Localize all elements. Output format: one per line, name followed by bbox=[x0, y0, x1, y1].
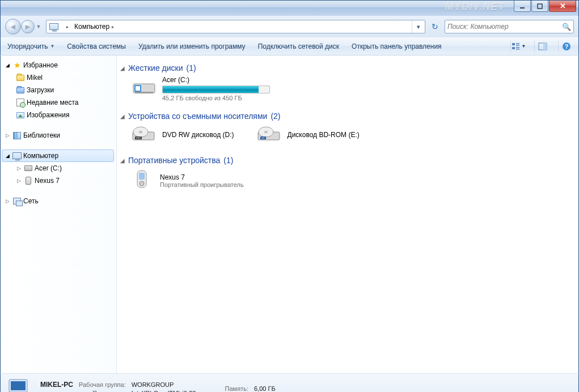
sidebar-item-nexus7[interactable]: ▷ Nexus 7 bbox=[1, 174, 116, 187]
preview-pane-button[interactable] bbox=[534, 40, 550, 53]
refresh-button[interactable]: ↻ bbox=[429, 20, 441, 33]
star-icon: ★ bbox=[12, 61, 22, 70]
sidebar-favorites[interactable]: ◢ ★ Избранное bbox=[1, 59, 116, 71]
chevron-down-icon: ◢ bbox=[120, 113, 125, 120]
drive-acer-c[interactable]: Acer (C:) 45,2 ГБ свободно из 450 ГБ bbox=[117, 76, 573, 101]
watermark: MYDIV.NET bbox=[445, 2, 505, 12]
chevron-down-icon: ◢ bbox=[120, 65, 125, 71]
search-input[interactable] bbox=[447, 23, 562, 31]
help-button[interactable]: ? bbox=[558, 40, 574, 53]
svg-rect-14 bbox=[136, 86, 140, 91]
sidebar-item-pictures[interactable]: Изображения bbox=[1, 109, 116, 121]
computer-icon bbox=[48, 20, 60, 33]
map-network-drive-button[interactable]: Подключить сетевой диск bbox=[256, 41, 341, 52]
device-nexus7[interactable]: Nexus 7 Портативный проигрыватель bbox=[132, 168, 244, 193]
svg-rect-3 bbox=[516, 43, 519, 44]
svg-rect-4 bbox=[516, 45, 519, 46]
status-cpu-label: Процессор: bbox=[79, 390, 126, 393]
chevron-right-icon[interactable]: ▷ bbox=[15, 165, 22, 171]
svg-rect-1 bbox=[538, 4, 542, 8]
sidebar-computer[interactable]: ◢ Компьютер bbox=[2, 150, 114, 162]
sidebar-item-acer-c[interactable]: ▷ Acer (C:) bbox=[1, 162, 116, 174]
svg-rect-9 bbox=[543, 43, 547, 50]
close-button[interactable]: ✕ bbox=[549, 1, 576, 12]
search-icon: 🔍 bbox=[562, 23, 571, 31]
status-pc-name: MIKEL-PC bbox=[40, 381, 73, 389]
group-header-removable[interactable]: ◢ Устройства со съемными носителями (2) bbox=[117, 109, 573, 124]
address-dropdown[interactable]: ▾ bbox=[412, 20, 425, 33]
capacity-bar bbox=[162, 86, 270, 93]
svg-rect-30 bbox=[11, 381, 26, 390]
chevron-right-icon[interactable]: ▷ bbox=[4, 198, 11, 204]
group-removable: ◢ Устройства со съемными носителями (2) … bbox=[117, 109, 573, 146]
pictures-icon bbox=[15, 110, 26, 120]
status-memory-label: Память: bbox=[225, 385, 248, 392]
device-subtitle: Портативный проигрыватель bbox=[160, 181, 244, 188]
back-button[interactable]: ◄ bbox=[5, 19, 21, 35]
svg-text:BD: BD bbox=[261, 137, 265, 139]
chevron-down-icon[interactable]: ◢ bbox=[4, 153, 11, 159]
minimize-button[interactable] bbox=[514, 1, 531, 12]
network-icon bbox=[12, 197, 22, 206]
computer-icon bbox=[12, 151, 22, 160]
libraries-icon bbox=[12, 131, 22, 140]
group-portable: ◢ Портативные устройства (1) Nexus 7 bbox=[117, 154, 573, 193]
breadcrumb-computer[interactable]: Компьютер▸ bbox=[71, 20, 117, 33]
sidebar-network[interactable]: ▷ Сеть bbox=[1, 195, 116, 207]
capacity-text: 45,2 ГБ свободно из 450 ГБ bbox=[162, 95, 270, 101]
navigation-pane: ◢ ★ Избранное Mikel Загрузки Недавние ме… bbox=[1, 56, 117, 373]
status-memory: 6,00 ГБ bbox=[254, 385, 276, 392]
navigation-row: ◄ ► ▼ ▸ Компьютер▸ ▾ ↻ 🔍 bbox=[0, 16, 579, 37]
folder-icon bbox=[15, 86, 26, 95]
drive-icon bbox=[23, 164, 33, 173]
group-header-portable[interactable]: ◢ Портативные устройства (1) bbox=[117, 154, 573, 168]
computer-icon bbox=[6, 377, 33, 393]
svg-rect-5 bbox=[512, 47, 515, 49]
window-titlebar: MYDIV.NET ✕ bbox=[0, 0, 579, 16]
view-mode-button[interactable]: ▼ bbox=[510, 40, 526, 53]
open-control-panel-button[interactable]: Открыть панель управления bbox=[349, 41, 444, 52]
uninstall-program-button[interactable]: Удалить или изменить программу bbox=[136, 41, 248, 52]
organize-menu[interactable]: Упорядочить▼ bbox=[5, 41, 57, 52]
drive-dvd-d[interactable]: DVD DVD RW дисковод (D:) bbox=[132, 124, 234, 146]
svg-rect-7 bbox=[516, 49, 519, 50]
svg-rect-6 bbox=[516, 47, 519, 48]
sidebar-item-mikel[interactable]: Mikel bbox=[1, 71, 116, 84]
forward-button[interactable]: ► bbox=[21, 20, 35, 33]
svg-rect-15 bbox=[135, 92, 153, 93]
history-dropdown[interactable]: ▼ bbox=[35, 19, 43, 35]
details-pane: MIKEL-PC Рабочая группа: WORKGROUP Проце… bbox=[0, 373, 579, 392]
search-box[interactable]: 🔍 bbox=[445, 20, 574, 33]
device-name: Nexus 7 bbox=[160, 173, 244, 181]
sidebar-item-downloads[interactable]: Загрузки bbox=[1, 84, 116, 96]
media-player-icon bbox=[132, 168, 153, 193]
svg-rect-0 bbox=[520, 7, 525, 8]
breadcrumb-root[interactable]: ▸ bbox=[61, 20, 71, 33]
svg-rect-2 bbox=[512, 43, 515, 45]
svg-point-23 bbox=[264, 131, 268, 133]
hdd-icon bbox=[132, 76, 157, 96]
folder-icon bbox=[15, 73, 26, 82]
drive-name: Acer (C:) bbox=[162, 76, 270, 84]
maximize-button[interactable] bbox=[531, 1, 548, 12]
svg-text:DVD: DVD bbox=[136, 137, 141, 139]
svg-rect-27 bbox=[139, 173, 145, 180]
group-header-hdd[interactable]: ◢ Жесткие диски (1) bbox=[117, 61, 573, 76]
svg-point-28 bbox=[140, 181, 144, 186]
optical-drive-icon: DVD bbox=[132, 124, 155, 146]
content-pane: ◢ Жесткие диски (1) Acer (C:) 45,2 ГБ bbox=[117, 56, 578, 373]
chevron-right-icon[interactable]: ▷ bbox=[4, 133, 11, 138]
phone-icon bbox=[23, 176, 33, 185]
sidebar-libraries[interactable]: ▷ Библиотеки bbox=[1, 129, 116, 142]
command-toolbar: Упорядочить▼ Свойства системы Удалить ил… bbox=[0, 37, 579, 56]
system-properties-button[interactable]: Свойства системы bbox=[65, 41, 128, 52]
drive-name: DVD RW дисковод (D:) bbox=[162, 131, 234, 139]
chevron-down-icon[interactable]: ◢ bbox=[4, 62, 11, 68]
drive-bd-e[interactable]: BD Дисковод BD-ROM (E:) bbox=[257, 124, 360, 146]
status-workgroup: WORKGROUP bbox=[132, 381, 201, 388]
sidebar-item-recent[interactable]: Недавние места bbox=[1, 96, 116, 109]
svg-point-18 bbox=[139, 131, 142, 133]
chevron-right-icon[interactable]: ▷ bbox=[15, 178, 22, 184]
svg-text:?: ? bbox=[564, 43, 568, 50]
address-bar[interactable]: ▸ Компьютер▸ ▾ bbox=[46, 20, 425, 33]
